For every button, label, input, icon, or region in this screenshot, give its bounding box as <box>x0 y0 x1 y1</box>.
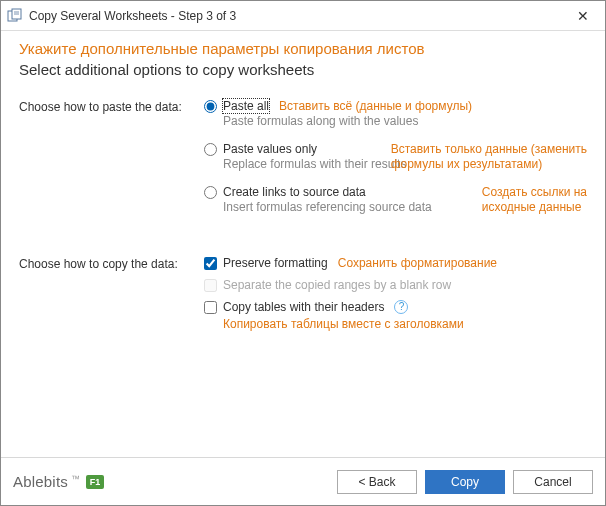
section-paste-label: Choose how to paste the data: <box>19 99 204 228</box>
radio-create-links-label[interactable]: Create links to source data <box>223 185 366 199</box>
annot-paste-all: Вставить всё (данные и формулы) <box>279 99 472 113</box>
checkbox-preserve-formatting-label[interactable]: Preserve formatting <box>223 256 328 270</box>
window-title: Copy Several Worksheets - Step 3 of 3 <box>29 9 560 23</box>
option-preserve-formatting: Preserve formatting Сохранить форматиров… <box>204 256 587 270</box>
radio-paste-all[interactable] <box>204 100 217 113</box>
checkbox-separate-blank-row-label: Separate the copied ranges by a blank ro… <box>223 278 451 292</box>
content-area: Choose how to paste the data: Paste all … <box>1 81 605 458</box>
section-paste: Choose how to paste the data: Paste all … <box>19 99 587 228</box>
radio-values-only[interactable] <box>204 143 217 156</box>
radio-create-links[interactable] <box>204 186 217 199</box>
checkbox-tables-headers-label[interactable]: Copy tables with their headers <box>223 300 384 314</box>
brand-text: Ablebits <box>13 473 68 490</box>
header-main: Select additional options to copy worksh… <box>19 60 587 80</box>
checkbox-separate-blank-row <box>204 279 217 292</box>
option-values-only: Paste values only Replace formulas with … <box>204 142 587 171</box>
brand: Ablebits ™ F1 <box>13 473 329 490</box>
cancel-button[interactable]: Cancel <box>513 470 593 494</box>
annot-preserve-formatting: Сохранить форматирование <box>338 256 497 270</box>
desc-paste-all: Paste formulas along with the values <box>223 114 587 128</box>
annot-create-links-l1: Создать ссылки на <box>482 185 587 199</box>
brand-badge[interactable]: F1 <box>86 475 104 489</box>
header-annotation: Укажите дополнительные параметры копиров… <box>19 39 587 59</box>
section-paste-options: Paste all Вставить всё (данные и формулы… <box>204 99 587 228</box>
section-copy-label: Choose how to copy the data: <box>19 256 204 345</box>
close-icon: ✕ <box>577 9 589 23</box>
annot-values-only: Вставить только данные (заменить формулы… <box>391 142 587 172</box>
brand-tm: ™ <box>71 474 80 484</box>
annot-create-links-l2: исходные данные <box>482 200 581 214</box>
annot-tables-headers: Копировать таблицы вместе с заголовками <box>223 317 587 331</box>
section-copy-options: Preserve formatting Сохранить форматиров… <box>204 256 587 345</box>
annot-values-only-l2: формулы их результатами) <box>391 157 543 171</box>
annot-create-links: Создать ссылки на исходные данные <box>482 185 587 215</box>
help-icon[interactable]: ? <box>394 300 408 314</box>
checkbox-tables-headers[interactable] <box>204 301 217 314</box>
footer: Ablebits ™ F1 < Back Copy Cancel <box>1 457 605 505</box>
back-button[interactable]: < Back <box>337 470 417 494</box>
radio-paste-all-label[interactable]: Paste all <box>223 99 269 113</box>
dialog-window: Copy Several Worksheets - Step 3 of 3 ✕ … <box>0 0 606 506</box>
app-icon <box>7 8 23 24</box>
checkbox-preserve-formatting[interactable] <box>204 257 217 270</box>
option-create-links: Create links to source data Insert formu… <box>204 185 587 214</box>
option-paste-all: Paste all Вставить всё (данные и формулы… <box>204 99 587 128</box>
annot-values-only-l1: Вставить только данные (заменить <box>391 142 587 156</box>
close-button[interactable]: ✕ <box>560 1 605 31</box>
option-tables-headers: Copy tables with their headers ? Копиров… <box>204 300 587 331</box>
option-separate-blank-row: Separate the copied ranges by a blank ro… <box>204 278 587 292</box>
header-area: Укажите дополнительные параметры копиров… <box>1 31 605 81</box>
section-copy: Choose how to copy the data: Preserve fo… <box>19 256 587 345</box>
titlebar: Copy Several Worksheets - Step 3 of 3 ✕ <box>1 1 605 31</box>
copy-button[interactable]: Copy <box>425 470 505 494</box>
radio-values-only-label[interactable]: Paste values only <box>223 142 317 156</box>
